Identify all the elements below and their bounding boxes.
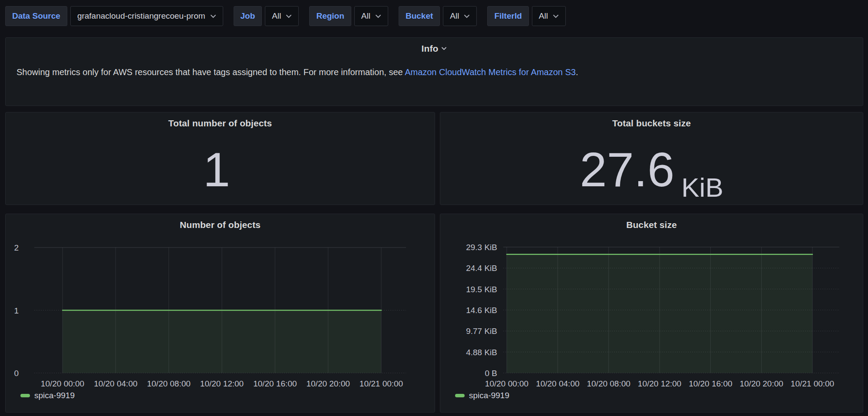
chevron-down-icon: [210, 14, 216, 18]
y-axis-tick-label: 14.6 KiB: [466, 306, 497, 315]
series-name: spica-9919: [469, 391, 509, 400]
job-variable-dropdown[interactable]: All: [265, 6, 299, 26]
info-text: Showing metrics only for AWS resources t…: [17, 66, 852, 79]
panel-title[interactable]: Total number of objects: [6, 118, 435, 129]
bucket-variable-group: Bucket All: [399, 6, 477, 26]
x-axis-tick-label: 10/20 16:00: [253, 379, 297, 388]
x-axis-tick-label: 10/20 20:00: [306, 379, 350, 388]
datasource-variable-label: Data Source: [5, 6, 67, 26]
info-panel-title: Info: [422, 43, 439, 54]
region-variable-dropdown[interactable]: All: [354, 6, 388, 26]
filterid-variable-dropdown[interactable]: All: [532, 6, 566, 26]
y-axis-tick-label: 29.3 KiB: [466, 243, 497, 252]
x-axis-tick-label: 10/20 00:00: [41, 379, 84, 388]
chevron-down-icon: [464, 14, 470, 18]
stat-value: 1: [6, 135, 435, 205]
filterid-variable-value: All: [539, 11, 548, 21]
x-axis-tick-label: 10/20 16:00: [689, 379, 732, 388]
series-color-swatch: [20, 394, 30, 397]
info-panel: Info Showing metrics only for AWS resour…: [5, 37, 863, 106]
x-axis-tick-label: 10/20 12:00: [200, 379, 244, 388]
panel-title[interactable]: Total buckets size: [440, 118, 863, 129]
info-text-after: .: [576, 67, 578, 77]
legend-item[interactable]: spica-9919: [20, 391, 75, 400]
x-axis-tick-label: 10/20 08:00: [587, 379, 630, 388]
info-text-before: Showing metrics only for AWS resources t…: [17, 67, 405, 77]
job-variable-value: All: [272, 11, 281, 21]
datasource-variable-dropdown[interactable]: grafanacloud-cristiangrecoeu-prom: [70, 6, 223, 26]
x-axis-tick-label: 10/20 04:00: [536, 379, 579, 388]
stat-value: 27.6 KiB: [440, 135, 863, 205]
y-axis-tick-label: 1: [14, 306, 19, 315]
y-axis-tick-label: 2: [14, 243, 19, 252]
series-color-swatch: [455, 394, 465, 397]
total-objects-stat-panel: Total number of objects 1: [5, 112, 435, 205]
region-variable-label: Region: [309, 6, 351, 26]
region-variable-value: All: [361, 11, 370, 21]
datasource-variable-value: grafanacloud-cristiangrecoeu-prom: [77, 11, 205, 21]
legend-item[interactable]: spica-9919: [455, 391, 509, 400]
bucket-size-chart-panel: Bucket size 0 B4.88 KiB9.77 KiB14.6 KiB1…: [440, 214, 863, 413]
y-axis-tick-label: 0 B: [485, 369, 497, 378]
y-axis-tick-label: 9.77 KiB: [466, 327, 497, 336]
series-name: spica-9919: [34, 391, 75, 400]
x-axis-tick-label: 10/21 00:00: [791, 379, 834, 388]
grafana-dashboard: Data Source grafanacloud-cristiangrecoeu…: [0, 0, 868, 416]
info-panel-header[interactable]: Info: [6, 43, 863, 54]
y-axis-tick-label: 4.88 KiB: [466, 348, 497, 357]
bucket-variable-dropdown[interactable]: All: [443, 6, 477, 26]
chevron-down-icon: [553, 14, 559, 18]
bucket-variable-label: Bucket: [399, 6, 440, 26]
region-variable-group: Region All: [309, 6, 388, 26]
datasource-variable-group: Data Source grafanacloud-cristiangrecoeu…: [5, 6, 223, 26]
stat-number: 1: [203, 145, 230, 194]
total-buckets-size-stat-panel: Total buckets size 27.6 KiB: [440, 112, 863, 205]
time-series-plot[interactable]: 0 B4.88 KiB9.77 KiB14.6 KiB19.5 KiB24.4 …: [440, 214, 863, 412]
x-axis-tick-label: 10/21 00:00: [360, 379, 403, 388]
chevron-down-icon: [375, 14, 381, 18]
x-axis-tick-label: 10/20 00:00: [485, 379, 528, 388]
filterid-variable-label: FilterId: [487, 6, 528, 26]
y-axis-tick-label: 24.4 KiB: [466, 264, 497, 273]
stat-unit: KiB: [681, 174, 723, 205]
x-axis-tick-label: 10/20 04:00: [94, 379, 137, 388]
filterid-variable-group: FilterId All: [487, 6, 565, 26]
x-axis-tick-label: 10/20 20:00: [739, 379, 783, 388]
number-of-objects-chart-panel: Number of objects 01210/20 00:0010/20 04…: [5, 214, 435, 413]
stat-number: 27.6: [580, 145, 674, 194]
chevron-down-icon: [441, 47, 447, 50]
x-axis-tick-label: 10/20 12:00: [638, 379, 681, 388]
variables-toolbar: Data Source grafanacloud-cristiangrecoeu…: [5, 6, 566, 26]
job-variable-label: Job: [234, 6, 262, 26]
job-variable-group: Job All: [234, 6, 299, 26]
x-axis-tick-label: 10/20 08:00: [147, 379, 190, 388]
chevron-down-icon: [286, 14, 292, 18]
y-axis-tick-label: 19.5 KiB: [466, 285, 497, 294]
y-axis-tick-label: 0: [14, 369, 19, 378]
time-series-plot[interactable]: 01210/20 00:0010/20 04:0010/20 08:0010/2…: [6, 214, 435, 412]
cloudwatch-docs-link[interactable]: Amazon CloudWatch Metrics for Amazon S3: [405, 67, 576, 77]
bucket-variable-value: All: [450, 11, 459, 21]
